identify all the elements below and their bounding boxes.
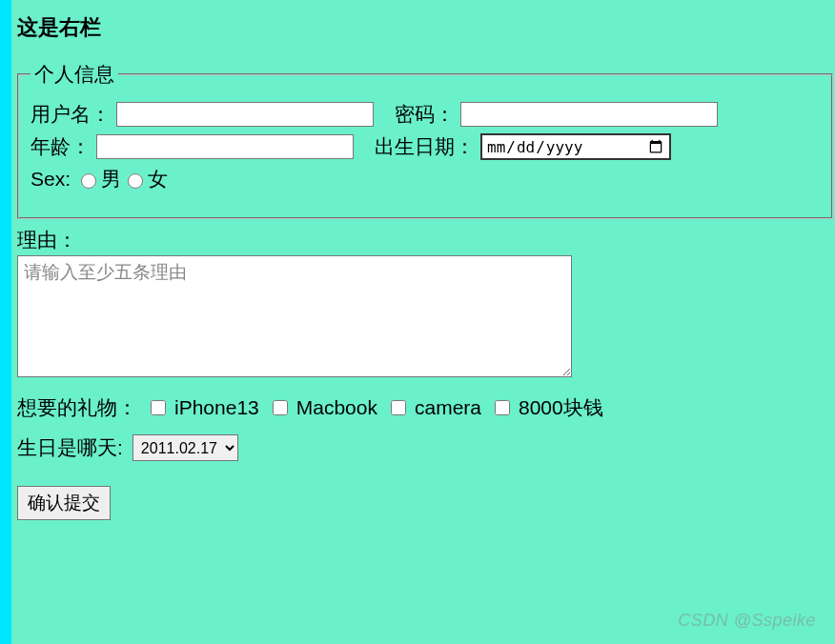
page-title: 这是右栏 xyxy=(17,13,835,42)
dob-input[interactable] xyxy=(480,133,671,160)
main-content: 这是右栏 个人信息 用户名： 密码： 年龄： 出生日期： Sex: 男 女 理由… xyxy=(11,0,835,644)
submit-button[interactable]: 确认提交 xyxy=(17,486,111,520)
gift-checkbox-8000[interactable] xyxy=(495,400,510,415)
gift-option-label: 8000块钱 xyxy=(519,394,603,421)
birthday-row: 生日是哪天: 2011.02.17 xyxy=(17,434,835,461)
gift-checkbox-camera[interactable] xyxy=(391,400,406,415)
birthday-select[interactable]: 2011.02.17 xyxy=(132,434,238,461)
gift-option-label: camera xyxy=(415,396,481,419)
gift-option-label: Macbook xyxy=(296,396,377,419)
sex-row: Sex: 男 女 xyxy=(31,166,820,192)
gift-label: 想要的礼物： xyxy=(17,394,137,421)
watermark: CSDN @Sspeike xyxy=(678,611,816,631)
gift-checkbox-macbook[interactable] xyxy=(273,400,288,415)
sex-female-radio[interactable] xyxy=(128,173,143,189)
gift-checkbox-iphone13[interactable] xyxy=(151,400,166,415)
dob-label: 出生日期： xyxy=(375,133,475,160)
reason-label: 理由： xyxy=(17,227,835,253)
sex-male-label: 男 xyxy=(101,166,121,192)
age-dob-row: 年龄： 出生日期： xyxy=(31,133,820,160)
password-label: 密码： xyxy=(395,101,455,128)
birthday-label: 生日是哪天: xyxy=(17,434,123,461)
password-input[interactable] xyxy=(460,102,718,127)
gift-row: 想要的礼物： iPhone13 Macbook camera 8000块钱 xyxy=(17,394,835,421)
fieldset-legend: 个人信息 xyxy=(31,61,118,88)
age-label: 年龄： xyxy=(31,133,91,160)
sex-male-radio[interactable] xyxy=(81,173,96,189)
username-input[interactable] xyxy=(116,102,374,127)
sex-female-label: 女 xyxy=(148,166,168,192)
username-label: 用户名： xyxy=(31,101,111,128)
reason-textarea[interactable] xyxy=(17,255,572,377)
gift-option-label: iPhone13 xyxy=(174,396,259,419)
sex-label: Sex: xyxy=(31,168,71,191)
left-rail xyxy=(0,0,11,644)
personal-info-fieldset: 个人信息 用户名： 密码： 年龄： 出生日期： Sex: 男 女 xyxy=(17,61,833,219)
age-input[interactable] xyxy=(96,134,354,159)
username-password-row: 用户名： 密码： xyxy=(31,101,820,128)
